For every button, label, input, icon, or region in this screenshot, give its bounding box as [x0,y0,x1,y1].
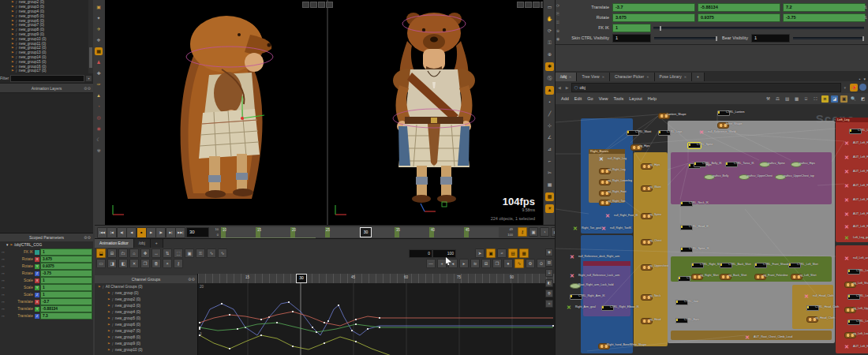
network-node[interactable]: CTRL_Spine [688,143,701,148]
rotate-y-field[interactable]: 0.9375 [698,13,780,22]
network-node[interactable]: pathcv_Hips [791,162,802,167]
graph-side-tool-icon[interactable]: ◉ [545,248,553,256]
network-node[interactable]: rig_Left_Lowerarm [844,332,856,338]
channel-group-item[interactable]: ⚑ƒnew_group3 (0) [95,302,197,308]
network-node[interactable]: ✕AUT_Left_Foot_In [844,155,849,160]
anim-tool-icon[interactable]: ▣ [486,248,496,258]
network-node[interactable]: ✕null_Reference_deck_Right_arm [570,255,574,260]
network-toolbar-icon[interactable]: ◩ [859,95,866,103]
network-node[interactable]: CTRL_Waist [627,130,639,136]
shelf-tool-icon[interactable]: ▲ [95,92,103,99]
network-toolbar-icon[interactable]: ▣ [840,95,847,103]
channel-group-item[interactable]: ⚑ƒnew_group9 (0) [95,340,197,346]
pin-icon[interactable]: 📌 [850,84,858,92]
network-node[interactable]: ✕AUT_Left_Hand_Arm [844,345,849,349]
rotate-x-field[interactable]: 3.675 [612,13,695,22]
viewport-tool-icon[interactable]: ✂ [545,169,554,178]
graph-side-tool-icon[interactable]: ⌸ [545,269,553,277]
pane-tab[interactable]: + [692,73,705,81]
menu-go[interactable]: Go [587,96,593,101]
network-node[interactable]: rig_Left_Shirt [791,274,803,280]
viewport-tool-icon[interactable]: ∠ [545,133,554,142]
network-toolbar-icon[interactable]: ⌸ [803,95,810,103]
scoped-parameter-row[interactable]: ↦RotateY0.9375 [0,263,93,270]
anim-editor-tab[interactable]: Animation Editor [95,239,134,248]
viewport-tool-icon[interactable]: ⟳ [545,27,554,36]
graph-tool-icon[interactable]: ≋ [470,259,480,268]
menu-edit[interactable]: Edit [574,96,582,101]
viewport-tool-icon[interactable]: ✋ [545,15,554,24]
gear-icon[interactable]: ⚙ [84,235,91,240]
filter-input[interactable] [10,75,84,82]
translate-z-field[interactable]: 7.2 [783,3,866,12]
skin-visibility-slider[interactable] [654,37,717,39]
shelf-tool-icon[interactable]: ✚ [95,69,103,77]
translate-x-field[interactable]: -3.7 [612,3,695,12]
viewport-tool-icon[interactable]: ⊿ [545,145,554,154]
channel-group-item[interactable]: ⚑ƒnew_group7 (0) [95,327,197,334]
network-node[interactable]: CTRL_Right_Arm_IK [570,294,582,300]
parameter-value[interactable]: 1 [40,291,92,298]
stop-button[interactable]: ■ [137,227,147,238]
bear-visibility-field[interactable]: 1 [751,34,790,43]
viewport-tool-icon[interactable]: ⌐ [545,157,554,166]
anim-tool-icon[interactable]: ⬚ [174,248,183,258]
forward-arrow-icon[interactable]: ▶ [566,85,569,90]
scoped-parameter-row[interactable]: ↦ScaleX1 [0,277,93,284]
network-node[interactable]: pathcv_UpperChest_top [775,174,786,180]
graph-tool-icon[interactable]: ● [503,259,513,268]
graph-tool-icon[interactable]: ⊟ [481,259,491,268]
channel-list-tool-icon[interactable]: ◨ [107,259,117,268]
anim-tool-icon[interactable]: ≈ [497,248,507,258]
tab-close-icon[interactable]: ✕ [646,73,649,81]
fkik-slider[interactable] [653,27,864,29]
shelf-tool-icon[interactable]: ◎ [95,114,103,121]
graph-tool-icon[interactable]: — [426,259,436,268]
anim-tool-icon[interactable]: ⚿ [196,248,205,258]
viewport-tool-icon[interactable]: ⊕ [545,50,554,59]
network-toolbar-icon[interactable]: ▦ [793,95,800,103]
next-key-button[interactable]: ▶| [166,227,176,238]
network-node[interactable]: ✕null_Right_ToeIK [601,226,606,231]
pane-tab[interactable]: Character Picker✕ [610,73,655,81]
channel-group-item[interactable]: ⚑ƒnew_group5 (0) [95,315,197,321]
network-node[interactable]: CTRL_Head_IK [680,225,693,230]
anim-tool-icon[interactable]: ▣ [185,248,194,258]
shelf-tool-icon[interactable]: ❖ [95,36,103,44]
network-node[interactable]: Right_hand_BoneWhite_Shape [598,343,610,349]
network-node[interactable]: rig_Right_Lowerleg [599,179,611,185]
network-node[interactable]: CTRL_Back [678,276,690,282]
network-editor[interactable]: Scene Right_BonesLeft_Leg Lantern_ShapeC… [555,104,868,355]
anim-tool-icon[interactable]: ⬓ [96,248,106,258]
channel-group-item[interactable]: ⚑ƒnew_group6 (0) [95,321,197,327]
viewport-tool-icon[interactable]: ⊹ [545,121,554,130]
graph-tool-icon[interactable]: ∿ [514,259,524,268]
network-node[interactable]: Lantern_Shape [658,113,670,119]
anim-tool-icon[interactable]: ⌂ [129,248,139,258]
parameter-value[interactable]: 3.675 [40,256,92,263]
graph-ruler[interactable]: 153045607590 [198,274,556,283]
viewport-tool-icon[interactable]: • [545,98,554,106]
bear-visibility-slider[interactable] [793,37,864,39]
menu-tools[interactable]: Tools [613,96,623,101]
graph-tool-icon[interactable]: + [437,259,447,268]
anim-tool-icon[interactable]: ∿ [207,248,216,258]
network-node[interactable]: rig_Chest [641,239,653,245]
play-button[interactable]: ▶ [146,227,156,238]
anim-editor-tab[interactable]: /obj [134,239,151,248]
network-node[interactable]: rig_Left_Shoulder [844,282,856,288]
channel-list-tool-icon[interactable]: ❐ [140,259,150,268]
scoped-parameter-row[interactable]: ↦RotateZ-3.75 [0,270,93,277]
anim-tool-icon[interactable]: ▤ [508,248,518,258]
network-node[interactable]: ✕Right_Arm_goal [567,305,571,310]
network-node[interactable]: CTRL_Left_Leg [849,129,862,134]
gear-icon[interactable]: ⚙ [84,86,91,91]
rotate-z-field[interactable]: -3.75 [783,13,866,22]
network-node[interactable]: rig_Neck [641,294,653,301]
network-node[interactable]: rig_Hips [630,144,642,151]
viewport-tool-icon[interactable]: ✱ [545,62,554,71]
network-node[interactable]: CTRL_Torso_IK [725,162,738,167]
scoped-path-row[interactable]: ▾ ⚑ /obj/CTRL_COG [0,241,93,248]
parameter-value[interactable]: 0.9375 [40,263,92,270]
shelf-tool-icon[interactable]: ☾ [95,136,103,144]
